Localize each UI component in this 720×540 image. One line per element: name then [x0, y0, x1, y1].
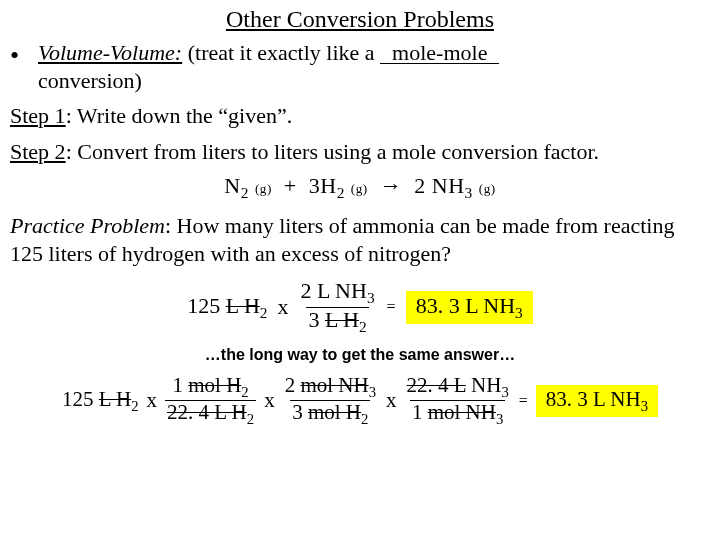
step-1-label: Step 1	[10, 103, 66, 128]
reactant-2: 3H2 (g)	[309, 173, 368, 198]
arrow-icon: →	[380, 173, 403, 198]
answer-long: 83. 3 L NH3	[536, 385, 658, 417]
fraction-denominator: 3 L H2	[306, 307, 368, 336]
fraction-long-3: 22. 4 L NH3 1 mol NH3	[404, 374, 510, 428]
step-2-label: Step 2	[10, 139, 66, 164]
bullet-volume-volume: • Volume-Volume: (treat it exactly like …	[10, 39, 710, 94]
dimensional-analysis-long: 125 L H2 x 1 mol H2 22. 4 L H2 x 2 mol N…	[10, 374, 710, 428]
times-l1: x	[145, 388, 160, 413]
step-2: Step 2: Convert from liters to liters us…	[10, 138, 710, 166]
times-1: x	[275, 294, 290, 320]
slide: Other Conversion Problems • Volume-Volum…	[0, 0, 720, 540]
practice-problem: Practice Problem: How many liters of amm…	[10, 212, 710, 267]
reactant-1: N2 (g)	[224, 173, 271, 198]
times-l2: x	[262, 388, 277, 413]
bullet-mid: (treat it exactly like a	[182, 40, 380, 65]
slide-title: Other Conversion Problems	[10, 6, 710, 33]
answer-short: 83. 3 L NH3	[406, 291, 533, 324]
equals-long: =	[517, 392, 530, 410]
step-2-text: : Convert from liters to liters using a …	[66, 139, 599, 164]
given-term-long: 125 L H2	[62, 387, 139, 415]
bullet-lead: Volume-Volume:	[38, 40, 182, 65]
dimensional-analysis-short: 125 L H2 x 2 L NH3 3 L H2 = 83. 3 L NH3	[10, 279, 710, 335]
step-1: Step 1: Write down the “given”.	[10, 102, 710, 130]
bullet-fill-blank: mole-mole	[380, 43, 499, 64]
practice-label: Practice Problem	[10, 213, 165, 238]
equals: =	[385, 298, 398, 316]
fraction-long-2: 2 mol NH3 3 mol H2	[283, 374, 378, 428]
product-1: 2 NH3 (g)	[414, 173, 495, 198]
conversion-fraction: 2 L NH3 3 L H2	[298, 279, 376, 335]
long-way-caption: …the long way to get the same answer…	[10, 346, 710, 364]
plus: +	[284, 173, 297, 198]
bullet-tail: conversion)	[38, 68, 142, 93]
bullet-dot: •	[10, 39, 38, 94]
fraction-numerator: 2 L NH3	[298, 279, 376, 307]
given-term: 125 L H2	[187, 293, 267, 322]
step-1-text: : Write down the “given”.	[66, 103, 293, 128]
fraction-long-1: 1 mol H2 22. 4 L H2	[165, 374, 256, 428]
bullet-body: Volume-Volume: (treat it exactly like a …	[38, 39, 710, 94]
chemical-equation: N2 (g) + 3H2 (g) → 2 NH3 (g)	[10, 173, 710, 202]
times-l3: x	[384, 388, 399, 413]
